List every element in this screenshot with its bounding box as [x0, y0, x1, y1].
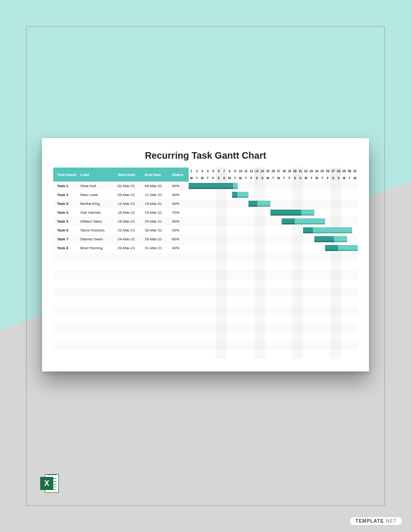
cal-day-num: 2: [194, 168, 200, 175]
cal-day-label: S: [298, 175, 303, 182]
gantt-row: [189, 226, 358, 235]
cal-day-label: M: [341, 175, 347, 182]
cell-status: 40%: [172, 246, 189, 250]
cal-day-label: T: [205, 175, 211, 182]
cell-start: 24-Mar-21: [118, 237, 145, 241]
cell-task-name: Task 5: [53, 219, 80, 224]
cal-day-label: T: [232, 175, 238, 182]
document-sheet: Recurring Task Gantt Chart Task Name Lea…: [42, 138, 369, 371]
cell-status: 20%: [172, 228, 189, 232]
cal-day-num: 24: [314, 168, 319, 175]
cell-end: 15-Mar-21: [145, 202, 172, 206]
chart-title: Recurring Task Gantt Chart: [53, 150, 358, 161]
cal-day-num: 9: [232, 168, 238, 175]
gantt-row: [189, 199, 358, 208]
table-row-empty: [53, 288, 189, 297]
cal-day-label: S: [330, 175, 336, 182]
cal-day-num: 8: [227, 168, 233, 175]
task-table: Task Name Lead Start Date End Date Statu…: [53, 168, 189, 359]
cal-day-label: W: [199, 175, 205, 182]
cell-status: 30%: [172, 193, 189, 197]
gantt-bar-progress: [270, 210, 301, 216]
cell-end: 29-Mar-21: [145, 237, 172, 241]
cal-day-label: T: [347, 175, 352, 182]
gantt-row-empty: [189, 297, 358, 306]
cell-end: 31-Mar-21: [145, 246, 172, 250]
cal-day-num: 17: [276, 168, 282, 175]
table-row-empty: [53, 323, 189, 332]
cell-end: 11-Mar-21: [145, 193, 172, 197]
table-row: Task 5 Willard Yates 18-Mar-21 25-Mar-21…: [53, 217, 189, 226]
table-row-empty: [53, 332, 189, 341]
cal-day-label: F: [325, 175, 331, 182]
cal-day-num: 10: [238, 168, 243, 175]
cal-day-num: 29: [341, 168, 347, 175]
cell-start: 09-Mar-21: [118, 193, 145, 197]
gantt-body: [189, 182, 358, 359]
gantt-bar-progress: [303, 227, 313, 233]
cal-day-label: W: [352, 175, 358, 182]
cal-day-num: 6: [216, 168, 221, 175]
cell-start: 18-Mar-21: [118, 219, 145, 224]
gantt-row: [189, 217, 358, 226]
cal-day-label: M: [189, 175, 194, 182]
gantt-row: [189, 235, 358, 244]
cal-day-num: 14: [260, 168, 265, 175]
excel-icon: X: [40, 473, 61, 494]
cal-day-num: 31: [352, 168, 358, 175]
cal-day-label: F: [287, 175, 292, 182]
cal-day-label: F: [211, 175, 216, 182]
table-row-empty: [53, 270, 189, 279]
gantt-row-empty: [189, 323, 358, 332]
cal-day-label: S: [336, 175, 341, 182]
cell-status: 70%: [172, 210, 189, 215]
cal-day-num: 15: [265, 168, 270, 175]
cell-start: 16-Mar-21: [118, 210, 145, 215]
cal-day-label: M: [265, 175, 270, 182]
cell-task-name: Task 8: [53, 246, 80, 250]
gantt-row-empty: [189, 270, 358, 279]
cal-day-num: 26: [325, 168, 331, 175]
cell-lead: Gail Hansen: [80, 210, 118, 215]
cal-day-label: S: [292, 175, 298, 182]
cell-start: 26-Mar-21: [118, 246, 145, 250]
cell-status: 30%: [172, 219, 189, 224]
col-status: Status: [172, 173, 189, 177]
cell-end: 30-Mar-21: [145, 228, 172, 232]
cal-day-label: M: [227, 175, 233, 182]
gantt-bar-progress: [325, 245, 338, 251]
calendar-header: 1234567891011121314151617181920212223242…: [189, 168, 358, 182]
gantt-bar-progress: [189, 183, 233, 189]
cal-day-label: W: [314, 175, 319, 182]
cal-day-num: 3: [199, 168, 205, 175]
col-task-name: Task Name: [53, 173, 80, 177]
cal-day-label: T: [194, 175, 200, 182]
table-row-empty: [53, 315, 189, 323]
cal-day-label: S: [221, 175, 227, 182]
cal-day-num: 11: [243, 168, 249, 175]
cal-day-num: 20: [292, 168, 298, 175]
gantt-row: [189, 190, 358, 199]
gantt-grid: Task Name Lead Start Date End Date Statu…: [53, 168, 358, 359]
table-row: Task 3 Bertha King 12-Mar-21 15-Mar-21 4…: [53, 199, 189, 208]
cal-day-num: 19: [287, 168, 292, 175]
cal-day-label: S: [254, 175, 260, 182]
cell-status: 40%: [172, 202, 189, 206]
gantt-row-empty: [189, 279, 358, 288]
cal-day-label: M: [303, 175, 309, 182]
cal-day-num: 22: [303, 168, 309, 175]
cal-day-label: T: [243, 175, 249, 182]
gantt-bar-progress: [232, 192, 237, 198]
col-lead: Lead: [80, 173, 118, 177]
cell-status: 60%: [172, 237, 189, 241]
cal-day-num: 27: [330, 168, 336, 175]
cal-day-num: 5: [211, 168, 216, 175]
table-header-row: Task Name Lead Start Date End Date Statu…: [53, 168, 189, 182]
cell-task-name: Task 2: [53, 193, 80, 197]
cell-task-name: Task 6: [53, 228, 80, 232]
cell-end: 25-Mar-21: [145, 219, 172, 224]
cell-lead: Dianne Owen: [80, 237, 118, 241]
gantt-row-empty: [189, 332, 358, 341]
table-row: Task 4 Gail Hansen 16-Mar-21 23-Mar-21 7…: [53, 208, 189, 217]
gantt-bar-progress: [282, 218, 295, 224]
